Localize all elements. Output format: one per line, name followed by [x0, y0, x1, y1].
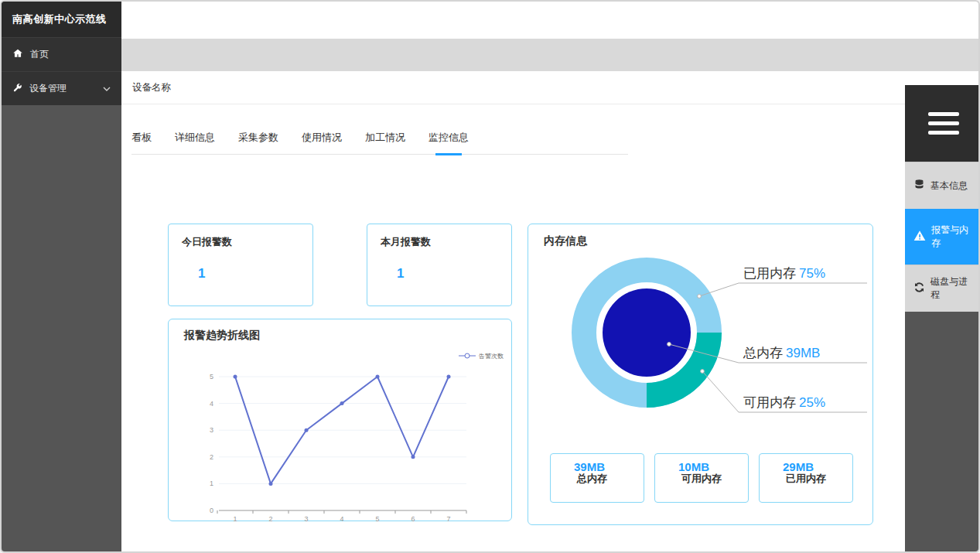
card-title: 今日报警数	[182, 235, 312, 249]
dashboard-screen: 南高创新中心示范线 首页 设备管理 设备名称 看板 详细信息 采集参数	[0, 0, 980, 553]
line-chart: 0123451234567	[169, 319, 513, 522]
top-gray-band	[121, 39, 980, 71]
home-icon	[12, 48, 23, 61]
donut-center-circle	[603, 288, 691, 377]
device-name-label: 设备名称	[132, 81, 171, 94]
main-panel: 设备名称 看板 详细信息 采集参数 使用情况 加工情况 监控信息 今日报警数 1…	[121, 71, 905, 553]
free-memory-card: 可用内存 10MB	[654, 453, 749, 503]
sidebar-item-home[interactable]: 首页	[2, 37, 121, 71]
wrench-icon	[12, 83, 22, 95]
mini-card-title: 总内存	[577, 472, 607, 486]
menu-toggle-button[interactable]	[905, 85, 980, 162]
memory-info-card: 内存信息 已用内存75% 总内存39	[528, 224, 873, 525]
callout-name: 可用内存	[743, 395, 796, 410]
tab-processing[interactable]: 加工情况	[365, 131, 405, 145]
callout-value: 25%	[799, 395, 825, 410]
total-memory-callout: 总内存39MB	[743, 344, 820, 362]
svg-text:1: 1	[210, 480, 213, 487]
svg-text:2: 2	[268, 515, 272, 522]
used-memory-callout: 已用内存75%	[743, 265, 825, 282]
callout-value: 39MB	[786, 346, 820, 360]
callout-name: 已用内存	[743, 266, 796, 281]
database-icon	[913, 179, 925, 193]
tab-collect-params[interactable]: 采集参数	[238, 131, 278, 145]
svg-text:5: 5	[375, 515, 379, 522]
sidebar-item-alarm-memory[interactable]: 报警与内存	[905, 209, 980, 265]
right-sidebar: 基本信息 报警与内存 磁盘与进程	[905, 71, 980, 553]
warning-icon	[913, 230, 926, 244]
device-name-header: 设备名称	[121, 71, 905, 104]
sidebar-item-device-management[interactable]: 设备管理	[2, 71, 121, 105]
today-alarm-card: 今日报警数 1	[168, 224, 313, 306]
card-title: 本月报警数	[381, 235, 511, 249]
tab-dashboard[interactable]: 看板	[131, 131, 152, 145]
refresh-icon	[913, 282, 925, 295]
svg-text:3: 3	[210, 426, 213, 434]
month-alarm-card: 本月报警数 1	[367, 224, 512, 306]
callout-value: 75%	[799, 266, 825, 281]
svg-text:7: 7	[446, 515, 450, 522]
used-memory-card: 已用内存 29MB	[759, 453, 853, 503]
callout-name: 总内存	[743, 346, 783, 360]
svg-text:5: 5	[210, 373, 213, 381]
free-memory-callout: 可用内存25%	[743, 394, 825, 411]
svg-text:2: 2	[210, 453, 213, 461]
chevron-down-icon	[103, 87, 111, 91]
svg-text:6: 6	[411, 515, 415, 522]
tab-bar: 看板 详细信息 采集参数 使用情况 加工情况 监控信息	[131, 121, 628, 155]
svg-text:3: 3	[304, 515, 308, 522]
tab-monitoring[interactable]: 监控信息	[429, 131, 469, 145]
svg-text:4: 4	[210, 400, 213, 408]
sidebar-item-label: 基本信息	[930, 179, 968, 193]
sidebar-item-disk-process[interactable]: 磁盘与进程	[905, 265, 980, 312]
card-value: 1	[397, 266, 511, 282]
sidebar-item-label: 设备管理	[29, 82, 67, 95]
tab-usage[interactable]: 使用情况	[302, 131, 342, 145]
app-title: 南高创新中心示范线	[2, 2, 121, 37]
svg-text:0: 0	[210, 507, 213, 514]
sidebar-item-basic-info[interactable]: 基本信息	[905, 162, 980, 209]
total-memory-card: 总内存 39MB	[550, 453, 644, 503]
card-value: 1	[198, 266, 312, 282]
sidebar-item-label: 报警与内存	[931, 224, 973, 250]
left-sidebar: 南高创新中心示范线 首页 设备管理	[2, 2, 121, 553]
active-tab-indicator	[435, 153, 462, 155]
mini-card-title: 可用内存	[681, 472, 722, 486]
tab-detail-info[interactable]: 详细信息	[175, 131, 215, 145]
sidebar-item-label: 首页	[30, 48, 49, 61]
right-sidebar-filler	[905, 312, 980, 553]
sidebar-item-label: 磁盘与进程	[930, 275, 973, 302]
mini-card-title: 已用内存	[786, 472, 826, 486]
svg-text:4: 4	[340, 515, 343, 522]
svg-text:1: 1	[233, 515, 237, 522]
alarm-trend-chart-card: 报警趋势折线图 告警次数 0123451234567	[168, 319, 512, 521]
hamburger-icon	[928, 112, 959, 116]
